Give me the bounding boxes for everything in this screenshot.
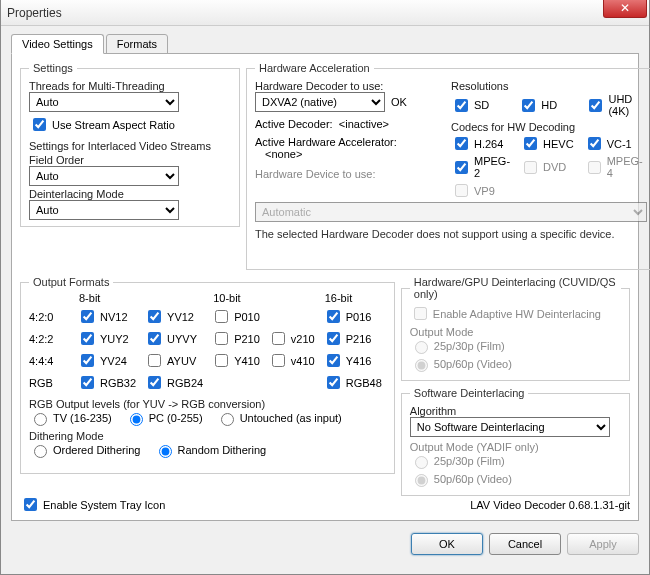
close-button[interactable]: ✕ bbox=[603, 0, 647, 18]
chk-vp9: VP9 bbox=[451, 181, 510, 200]
threads-label: Threads for Multi-Threading bbox=[29, 80, 231, 92]
interlaced-label: Settings for Interlaced Video Streams bbox=[29, 140, 231, 152]
hwdeint-outmode-label: Output Mode bbox=[410, 326, 621, 338]
radio-ordered[interactable]: Ordered Dithering bbox=[29, 442, 140, 458]
chk-yv24[interactable]: YV24 bbox=[77, 351, 136, 370]
row-420: 4:2:0 bbox=[29, 311, 73, 323]
chk-enable-hwdeint: Enable Adaptive HW Deinterlacing bbox=[410, 304, 601, 323]
active-accel-label: Active Hardware Accelerator: bbox=[255, 136, 445, 148]
chk-h264[interactable]: H.264 bbox=[451, 134, 510, 153]
properties-window: Properties ✕ Video Settings Formats Sett… bbox=[0, 0, 650, 575]
chk-sd[interactable]: SD bbox=[451, 93, 508, 117]
dither-label: Dithering Mode bbox=[29, 430, 386, 442]
legend-settings: Settings bbox=[29, 62, 77, 74]
chk-mpeg2[interactable]: MPEG-2 bbox=[451, 155, 510, 179]
active-decoder-value: <inactive> bbox=[339, 118, 389, 130]
chk-nv12[interactable]: NV12 bbox=[77, 307, 136, 326]
tab-formats[interactable]: Formats bbox=[106, 34, 168, 54]
field-order-label: Field Order bbox=[29, 154, 231, 166]
res-label: Resolutions bbox=[451, 80, 647, 92]
radio-tv[interactable]: TV (16-235) bbox=[29, 410, 112, 426]
row-rgb: RGB bbox=[29, 377, 73, 389]
legend-outfmt: Output Formats bbox=[29, 276, 113, 288]
hw-ok-text: OK bbox=[391, 96, 407, 108]
chk-hevc[interactable]: HEVC bbox=[520, 134, 574, 153]
hw-note: The selected Hardware Decoder does not s… bbox=[255, 228, 647, 240]
chk-rgb32[interactable]: RGB32 bbox=[77, 373, 136, 392]
radio-hw-film: 25p/30p (Film) bbox=[410, 338, 505, 354]
group-sw-deint: Software Deinterlacing Algorithm No Soft… bbox=[401, 387, 630, 496]
group-output-formats: Output Formats 8-bit 10-bit 16-bit 4:2:0… bbox=[20, 276, 395, 474]
chk-p010[interactable]: P010 bbox=[211, 307, 260, 326]
radio-untouched[interactable]: Untouched (as input) bbox=[216, 410, 342, 426]
cancel-button[interactable]: Cancel bbox=[489, 533, 561, 555]
legend-hwdeint: Hardware/GPU Deinterlacing (CUVID/QS onl… bbox=[410, 276, 621, 300]
chk-hd[interactable]: HD bbox=[518, 93, 575, 117]
algo-select[interactable]: No Software Deinterlacing bbox=[410, 417, 610, 437]
apply-button[interactable]: Apply bbox=[567, 533, 639, 555]
deint-mode-select[interactable]: Auto bbox=[29, 200, 179, 220]
chk-yv12[interactable]: YV12 bbox=[144, 307, 203, 326]
row-422: 4:2:2 bbox=[29, 333, 73, 345]
legend-swdeint: Software Deinterlacing bbox=[410, 387, 529, 399]
chk-uyvy[interactable]: UYVY bbox=[144, 329, 203, 348]
hw-device-label: Hardware Device to use: bbox=[255, 168, 445, 180]
chk-y410[interactable]: Y410 bbox=[211, 351, 260, 370]
active-decoder-label: Active Decoder: bbox=[255, 118, 333, 130]
tab-pane: Settings Threads for Multi-Threading Aut… bbox=[11, 53, 639, 521]
chk-tray-icon[interactable]: Enable System Tray Icon bbox=[20, 495, 165, 514]
hw-decoder-select[interactable]: DXVA2 (native) bbox=[255, 92, 385, 112]
threads-select[interactable]: Auto bbox=[29, 92, 179, 112]
radio-hw-video: 50p/60p (Video) bbox=[410, 356, 512, 372]
titlebar: Properties ✕ bbox=[1, 0, 649, 26]
group-hw-deint: Hardware/GPU Deinterlacing (CUVID/QS onl… bbox=[401, 276, 630, 381]
hdr-10bit: 10-bit bbox=[211, 292, 264, 304]
chk-uhd[interactable]: UHD (4K) bbox=[585, 93, 642, 117]
window-title: Properties bbox=[7, 6, 62, 20]
radio-sw-film: 25p/30p (Film) bbox=[410, 453, 505, 469]
radio-random[interactable]: Random Dithering bbox=[154, 442, 267, 458]
chk-mpeg4: MPEG-4 bbox=[584, 155, 643, 179]
chk-rgb24[interactable]: RGB24 bbox=[144, 373, 203, 392]
legend-hw: Hardware Acceleration bbox=[255, 62, 374, 74]
chk-v410[interactable]: v410 bbox=[268, 351, 315, 370]
rgblevels-label: RGB Output levels (for YUV -> RGB conver… bbox=[29, 398, 386, 410]
chk-ayuv[interactable]: AYUV bbox=[144, 351, 203, 370]
chk-y416[interactable]: Y416 bbox=[323, 351, 382, 370]
algo-label: Algorithm bbox=[410, 405, 621, 417]
hdr-16bit: 16-bit bbox=[323, 292, 386, 304]
ok-button[interactable]: OK bbox=[411, 533, 483, 555]
chk-v210[interactable]: v210 bbox=[268, 329, 315, 348]
radio-sw-video: 50p/60p (Video) bbox=[410, 471, 512, 487]
tab-strip: Video Settings Formats bbox=[11, 34, 639, 54]
version-text: LAV Video Decoder 0.68.1.31-git bbox=[470, 499, 630, 511]
active-accel-value: <none> bbox=[255, 148, 445, 160]
chk-rgb48[interactable]: RGB48 bbox=[323, 373, 382, 392]
deint-mode-label: Deinterlacing Mode bbox=[29, 188, 231, 200]
chk-dvd: DVD bbox=[520, 155, 574, 179]
chk-p216[interactable]: P216 bbox=[323, 329, 382, 348]
chk-vc1[interactable]: VC-1 bbox=[584, 134, 643, 153]
hdr-8bit: 8-bit bbox=[77, 292, 140, 304]
tab-video-settings[interactable]: Video Settings bbox=[11, 34, 104, 54]
group-settings: Settings Threads for Multi-Threading Aut… bbox=[20, 62, 240, 227]
radio-pc[interactable]: PC (0-255) bbox=[125, 410, 203, 426]
hw-decoder-label: Hardware Decoder to use: bbox=[255, 80, 445, 92]
codecs-label: Codecs for HW Decoding bbox=[451, 121, 647, 133]
use-stream-ar[interactable]: Use Stream Aspect Ratio bbox=[29, 115, 175, 134]
row-444: 4:4:4 bbox=[29, 355, 73, 367]
field-order-select[interactable]: Auto bbox=[29, 166, 179, 186]
chk-p210[interactable]: P210 bbox=[211, 329, 260, 348]
chk-yuy2[interactable]: YUY2 bbox=[77, 329, 136, 348]
swdeint-outmode-label: Output Mode (YADIF only) bbox=[410, 441, 621, 453]
chk-p016[interactable]: P016 bbox=[323, 307, 382, 326]
group-hw-accel: Hardware Acceleration Hardware Decoder t… bbox=[246, 62, 650, 270]
hw-device-select: Automatic bbox=[255, 202, 647, 222]
